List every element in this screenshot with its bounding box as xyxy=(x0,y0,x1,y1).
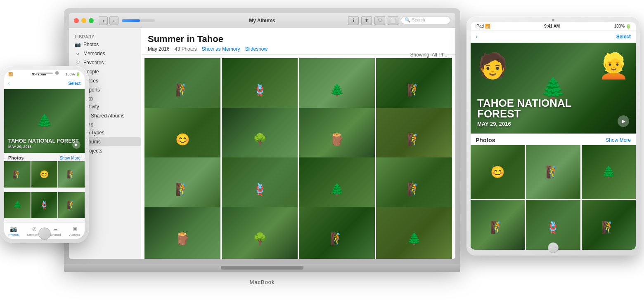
iphone-photo-cell[interactable]: 🧗 xyxy=(58,192,85,218)
minimize-button[interactable] xyxy=(81,18,86,23)
iphone-photo-cell[interactable]: 🧗 xyxy=(4,161,31,188)
library-label: Library xyxy=(69,32,141,40)
memories-icon: ○ xyxy=(75,51,80,56)
favorites-icon: ♡ xyxy=(75,60,80,66)
sidebar-photos-label: Photos xyxy=(83,42,99,47)
ipad-photo-cell[interactable]: 🧗 xyxy=(582,200,636,250)
ipad-photo-grid: 😊 🧗 🌲 🧗 🪢 🧗 xyxy=(471,145,636,250)
ipad-screen: iPad 📶 9:41 AM 100% 🔋 ‹ Select 🌲 🧑 👱 TAH… xyxy=(471,22,636,250)
photo-person: 🧗 xyxy=(175,182,190,196)
photo-cell[interactable]: 🧗 xyxy=(299,207,375,259)
ipad-battery: 100% 🔋 xyxy=(614,24,631,28)
photo-person: 🪵 xyxy=(175,232,190,246)
iphone-photos-section-title: Photos xyxy=(8,155,24,160)
sidebar-shared-albums-label: Shared Albums xyxy=(91,113,124,119)
albums-tab-icon: ▣ xyxy=(71,225,78,232)
iphone-camera xyxy=(55,71,59,75)
ipad-play-button[interactable]: ▶ xyxy=(618,115,629,127)
iphone-hero-title: TAHOE NATIONAL FOREST xyxy=(8,138,78,144)
iphone-hero-date: MAY 29, 2016 xyxy=(8,145,78,149)
close-button[interactable] xyxy=(74,18,79,23)
forward-button[interactable]: › xyxy=(109,16,118,25)
ipad-select-button[interactable]: Select xyxy=(616,34,631,40)
photos-app: ‹ › My Albums ℹ ⬆ ♡ ⬜ 🔍 Search xyxy=(69,13,455,259)
show-as-memory-link[interactable]: Show as Memory xyxy=(202,46,240,52)
photo-cell[interactable]: 🌳 xyxy=(222,207,298,259)
photo-person: 🧗 xyxy=(175,83,190,96)
iphone-show-more-link[interactable]: Show More xyxy=(59,156,80,160)
ipad-hero-overlay: TAHOE NATIONALFOREST MAY 29, 2016 xyxy=(477,98,572,127)
ipad-photo-cell[interactable]: 🧗 xyxy=(526,145,580,199)
iphone-select-button[interactable]: Select xyxy=(69,81,80,86)
iphone-photo-cell[interactable]: 🧗 xyxy=(58,161,85,188)
memories-tab-icon: ◎ xyxy=(31,225,38,232)
ipad-status-bar: iPad 📶 9:41 AM 100% 🔋 xyxy=(471,22,636,30)
ipad-photo-cell[interactable]: 🧗 xyxy=(471,200,525,250)
iphone-battery: 100% 🔋 xyxy=(65,72,80,76)
iphone-tab-photos-label: Photos xyxy=(8,233,19,237)
iphone-play-button[interactable]: ▶ xyxy=(72,141,80,149)
iphone-tab-shared[interactable]: ☁ Shared xyxy=(50,225,61,237)
album-count: 43 Photos xyxy=(175,46,197,52)
ipad-time: 9:41 AM xyxy=(544,24,560,28)
iphone-photo-cell[interactable]: 😊 xyxy=(31,161,58,188)
macbook-body: ‹ › My Albums ℹ ⬆ ♡ ⬜ 🔍 Search xyxy=(64,8,460,264)
info-button[interactable]: ℹ xyxy=(348,16,359,25)
sidebar-item-memories[interactable]: ○ Memories xyxy=(69,49,141,58)
ipad-show-more-link[interactable]: Show More xyxy=(606,137,631,143)
photo-cell[interactable]: 🌲 xyxy=(376,207,452,259)
search-box[interactable]: 🔍 Search xyxy=(401,16,450,24)
progress-bar xyxy=(122,19,155,22)
iphone-hero: 🌲 TAHOE NATIONAL FOREST MAY 29, 2016 ▶ xyxy=(4,89,85,153)
photo-person: 🪢 xyxy=(253,83,267,96)
shared-tab-icon: ☁ xyxy=(52,225,59,232)
photo-person: 🧗 xyxy=(407,83,421,96)
photo-person: 🧗 xyxy=(330,232,344,246)
ipad-home-button[interactable] xyxy=(548,242,559,253)
rotate-button[interactable]: ⬜ xyxy=(388,16,398,25)
photo-person: 😊 xyxy=(175,133,190,146)
photo-person: 🌲 xyxy=(330,83,344,96)
iphone-back-button[interactable]: ‹ xyxy=(8,81,9,86)
album-header: Summer in Tahoe May 2016 43 Photos Show … xyxy=(141,28,455,55)
heart-button[interactable]: ♡ xyxy=(374,16,385,25)
share-button[interactable]: ⬆ xyxy=(361,16,372,25)
ipad-photo-cell[interactable]: 😊 xyxy=(471,145,525,199)
iphone-hero-overlay: TAHOE NATIONAL FOREST MAY 29, 2016 xyxy=(8,138,78,149)
ipad-hero-person2: 👱 xyxy=(598,51,629,80)
titlebar: ‹ › My Albums ℹ ⬆ ♡ ⬜ 🔍 Search xyxy=(69,13,455,28)
photo-person: 🧗 xyxy=(407,182,421,196)
main-content: Summer in Tahoe May 2016 43 Photos Show … xyxy=(141,28,455,259)
iphone-screen: 📶 9:41 AM 100% 🔋 ‹ Select 🌲 TAHOE NATION… xyxy=(4,70,85,239)
iphone-nav-bar: ‹ Select xyxy=(4,78,85,89)
iphone-photo-cell[interactable]: 🪢 xyxy=(31,192,58,218)
app-body: Library 📷 Photos ○ Memories ♡ Favorites xyxy=(69,28,455,259)
iphone-photo-cell[interactable]: 🌲 xyxy=(4,192,31,218)
photo-person: 🌳 xyxy=(253,232,267,246)
ipad-device: iPad 📶 9:41 AM 100% 🔋 ‹ Select 🌲 🧑 👱 TAH… xyxy=(466,16,640,256)
iphone-tab-shared-label: Shared xyxy=(50,233,61,237)
photo-cell[interactable]: 🪵 xyxy=(144,207,220,259)
progress-fill xyxy=(122,19,140,22)
showing-label: Showing: All Ph... xyxy=(410,52,449,58)
slideshow-link[interactable]: Slideshow xyxy=(245,46,268,52)
iphone-tab-photos[interactable]: 📷 Photos xyxy=(8,225,19,237)
macbook-screen: ‹ › My Albums ℹ ⬆ ♡ ⬜ 🔍 Search xyxy=(69,13,455,259)
photo-person: 🌳 xyxy=(253,133,267,146)
iphone-home-button[interactable] xyxy=(38,228,51,240)
photo-person: 🧗 xyxy=(407,133,421,146)
iphone-tab-albums[interactable]: ▣ Albums xyxy=(69,225,80,237)
photo-person: 🪵 xyxy=(330,133,344,146)
ipad-back-button[interactable]: ‹ xyxy=(476,34,477,40)
back-button[interactable]: ‹ xyxy=(99,16,108,25)
photo-grid: 🧗 🪢 🌲 🧗 😊 ♡ 🌳 🪵 xyxy=(141,55,455,259)
ipad-carrier: iPad 📶 xyxy=(476,24,490,28)
ipad-photo-cell[interactable]: 🌲 xyxy=(582,145,636,199)
toolbar-actions: ℹ ⬆ ♡ ⬜ 🔍 Search xyxy=(348,16,450,25)
ipad-shell: iPad 📶 9:41 AM 100% 🔋 ‹ Select 🌲 🧑 👱 TAH… xyxy=(466,16,640,256)
macbook-device: ‹ › My Albums ℹ ⬆ ♡ ⬜ 🔍 Search xyxy=(64,8,460,289)
nav-buttons: ‹ › xyxy=(99,16,118,25)
maximize-button[interactable] xyxy=(89,18,94,23)
ipad-hero-title: TAHOE NATIONALFOREST xyxy=(477,98,572,119)
sidebar-item-photos[interactable]: 📷 Photos xyxy=(69,40,141,49)
